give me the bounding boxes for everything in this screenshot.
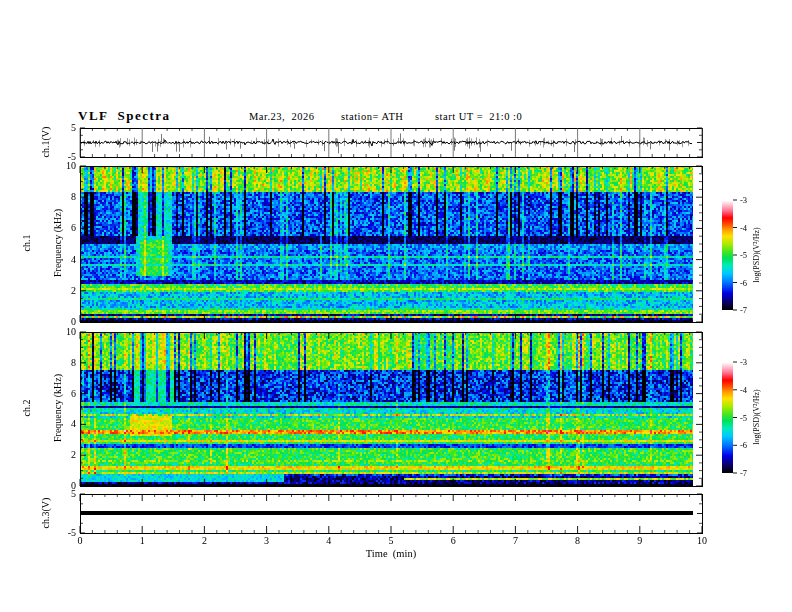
ch2-spec-ytick-label: 6 (71, 389, 76, 399)
colorbar-gradient-2 (722, 362, 733, 473)
colorbar-tick-label: -7 (740, 469, 747, 478)
ch2-spectrogram (80, 332, 693, 486)
colorbar1-label: log(PSD)(V²/Hz) (753, 227, 761, 282)
ch2-spec-ylabel-line1: ch.2 (22, 374, 32, 442)
ch2-spec-ytick-label: 10 (66, 327, 76, 337)
ch1-spec-ytick-label: 10 (66, 161, 76, 171)
colorbar-tick-label: -7 (740, 306, 747, 315)
colorbar2-label: log(PSD)(V²/Hz) (753, 389, 761, 444)
date-label: Mar.23, 2026 (249, 112, 314, 123)
x-tick-label: 8 (575, 536, 580, 546)
ch1-spec-ylabel-line2: Frequency (kHz) (53, 209, 63, 277)
ch1-spec-ytick-label: 8 (71, 192, 76, 202)
ch1-spectrogram (80, 166, 693, 322)
page-title: VLF Spectra (78, 109, 171, 122)
x-tick-label: 0 (78, 536, 83, 546)
ch1-spec-ytick-label: 6 (71, 223, 76, 233)
ch1-spec-ytick-label: 4 (71, 255, 76, 265)
ch2-spec-ylabel-line2: Frequency (kHz) (53, 374, 63, 442)
ch3-wave-ytick-label: -5 (68, 528, 76, 538)
ch1-waveform-plot (80, 128, 693, 157)
ch1-spec-ylabel: ch.1 Frequency (kHz) (2, 209, 83, 277)
colorbar-tick-label: -3 (740, 358, 747, 367)
x-tick-label: 5 (389, 536, 394, 546)
colorbar-tick-label: -4 (740, 386, 747, 395)
colorbar-tick-label: -5 (740, 251, 747, 260)
ch2-spec-ytick-label: 4 (71, 419, 76, 429)
x-tick-label: 2 (202, 536, 207, 546)
ch3-wave-ytick-label: 5 (71, 489, 76, 499)
x-tick-label: 9 (637, 536, 642, 546)
ch3-flat-line (80, 511, 693, 515)
vlf-spectra-plot: VLF Spectra Mar.23, 2026 station= ATH st… (0, 0, 792, 612)
colorbar-tick-label: -5 (740, 413, 747, 422)
colorbar-tick-label: -4 (740, 223, 747, 232)
colorbar-tick-label: -6 (740, 441, 747, 450)
x-tick-label: 7 (513, 536, 518, 546)
ch2-spec-ytick-label: 2 (71, 450, 76, 460)
colorbar-gradient-1 (722, 200, 733, 310)
x-tick-label: 6 (451, 536, 456, 546)
x-tick-label: 4 (326, 536, 331, 546)
ch2-spec-ytick-label: 8 (71, 358, 76, 368)
colorbar-tick-label: -6 (740, 278, 747, 287)
ch2-spec-ylabel: ch.2 Frequency (kHz) (2, 374, 83, 442)
ch1-spec-ylabel-line1: ch.1 (22, 209, 32, 277)
ch1-wave-ylabel: ch.1(V) (41, 127, 51, 158)
x-tick-label: 3 (264, 536, 269, 546)
ch1-spec-ytick-label: 2 (71, 286, 76, 296)
ch1-wave-ytick-label: 5 (71, 123, 76, 133)
time-axis-label: Time (min) (366, 549, 416, 560)
x-tick-label: 10 (697, 536, 707, 546)
colorbar-tick-label: -3 (740, 196, 747, 205)
station-label: station= ATH (341, 112, 403, 123)
ch3-wave-ylabel: ch.3(V) (41, 498, 51, 529)
x-tick-label: 1 (140, 536, 145, 546)
start-ut-label: start UT = 21:0 :0 (435, 112, 522, 123)
